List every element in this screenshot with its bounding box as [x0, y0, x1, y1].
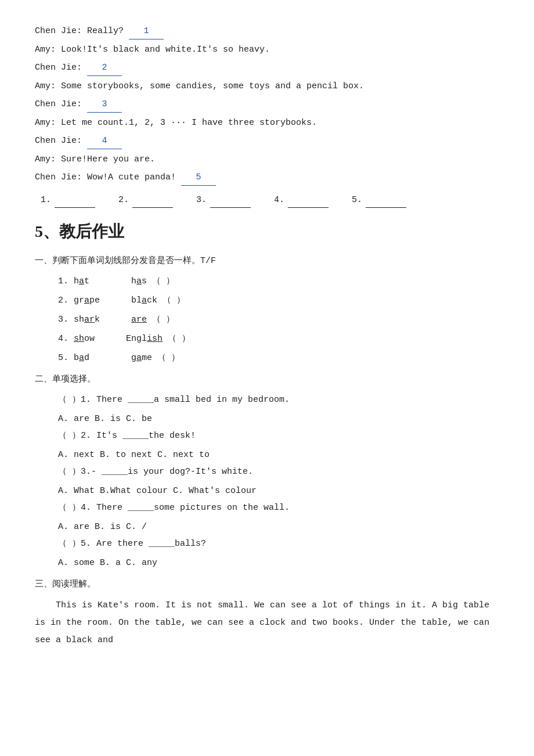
mc-item-4-choices: A. are B. is C. /	[58, 519, 499, 535]
underline-d2: ish	[147, 334, 163, 344]
mc-item-2-choices: A. next B. to next C. next to	[58, 447, 499, 463]
reading-para-1: This is Kate's room. It is not small. We…	[35, 597, 499, 649]
mc-item-1-q: （ ）1. There _____a small bed in my bedro…	[58, 392, 499, 408]
dialog-line-1: Chen Jie: Really? 1	[35, 23, 499, 39]
fill-4: 4.	[274, 192, 329, 208]
speaker-4: Amy: Some storybooks, some candies, some…	[35, 81, 364, 91]
blank-4: 4	[87, 133, 122, 149]
dialog-line-2: Amy: Look!It's black and white.It's so h…	[35, 42, 499, 57]
part2-heading: 二、单项选择。	[35, 372, 499, 387]
speaker-5: Chen Jie:	[35, 99, 87, 109]
underline-b1: a	[84, 296, 89, 305]
blank-2: 2	[87, 60, 122, 76]
fill-1: 1.	[41, 192, 95, 208]
section-5-title: 5、教后作业	[35, 217, 499, 246]
blank-3: 3	[87, 96, 122, 113]
part1-heading: 一、判断下面单词划线部分发音是否一样。T/F	[35, 253, 499, 269]
dialog-section: Chen Jie: Really? 1 Amy: Look!It's black…	[35, 23, 499, 208]
mc-item-5-choices: A. some B. a C. any	[58, 555, 499, 571]
dialog-line-6: Amy: Let me count.1, 2, 3 ··· I have thr…	[35, 115, 499, 131]
mc-item-4-q: （ ）4. There _____some pictures on the wa…	[58, 500, 499, 516]
underline-a2: a	[136, 276, 142, 286]
underline-e1: a	[79, 353, 84, 363]
blank-1: 1	[129, 23, 164, 39]
dialog-line-4: Amy: Some storybooks, some candies, some…	[35, 78, 499, 94]
exercise-item-1: 1. hat has （ ）	[58, 273, 499, 289]
underline-c1: ar	[84, 315, 95, 325]
blank-5: 5	[181, 170, 216, 186]
underline-e2: a	[136, 353, 142, 363]
underline-c2: are	[131, 315, 147, 325]
fill-3: 3.	[196, 192, 251, 208]
dialog-line-9: Chen Jie: Wow!A cute panda! 5	[35, 170, 499, 186]
dialog-line-7: Chen Jie: 4	[35, 133, 499, 149]
speaker-6: Amy: Let me count.1, 2, 3 ··· I have thr…	[35, 118, 317, 128]
exercise-item-5: 5. bad game （ ）	[58, 350, 499, 366]
fill-blanks-row: 1. 2. 3. 4. 5.	[41, 192, 499, 208]
speaker-8: Amy: Sure!Here you are.	[35, 154, 155, 164]
part3-section: 三、阅读理解。 This is Kate's room. It is not s…	[35, 577, 499, 649]
underline-b2: a	[142, 296, 147, 305]
fill-2: 2.	[118, 192, 173, 208]
part2-section: 二、单项选择。 （ ）1. There _____a small bed in …	[35, 372, 499, 571]
mc-item-1-choices: A. are B. is C. be	[58, 411, 499, 427]
speaker-7: Chen Jie:	[35, 136, 87, 146]
dialog-line-5: Chen Jie: 3	[35, 96, 499, 113]
speaker-3: Chen Jie:	[35, 63, 87, 73]
underline-d1: sh	[74, 334, 84, 344]
exercise-item-4: 4. show English （ ）	[58, 331, 499, 347]
mc-item-3-q: （ ）3.- _____is your dog?-It's white.	[58, 464, 499, 480]
dialog-line-3: Chen Jie: 2	[35, 60, 499, 76]
dialog-line-8: Amy: Sure!Here you are.	[35, 152, 499, 167]
part3-heading: 三、阅读理解。	[35, 577, 499, 592]
mc-item-2-q: （ ）2. It's _____the desk!	[58, 428, 499, 444]
fill-5: 5.	[352, 192, 406, 208]
exercise-item-2: 2. grape black （ ）	[58, 293, 499, 308]
exercise-item-3: 3. shark are （ ）	[58, 312, 499, 327]
part1-section: 一、判断下面单词划线部分发音是否一样。T/F 1. hat has （ ） 2.…	[35, 253, 499, 366]
speaker-1: Chen Jie: Really?	[35, 26, 124, 36]
underline-a1: a	[79, 276, 84, 286]
mc-item-5-q: （ ）5. Are there _____balls?	[58, 536, 499, 552]
speaker-9: Chen Jie: Wow!A cute panda!	[35, 172, 176, 182]
mc-item-3-choices: A. What B.What colour C. What's colour	[58, 483, 499, 499]
speaker-2: Amy: Look!It's black and white.It's so h…	[35, 45, 270, 55]
